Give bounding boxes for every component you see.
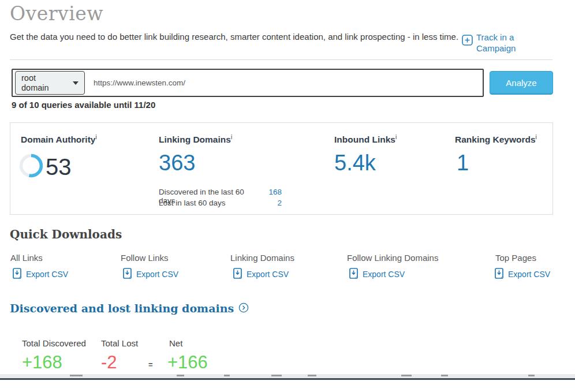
lost-60-days-value[interactable]: 2 — [259, 199, 282, 207]
link-explorer-overview-page: Overview Get the data you need to do bet… — [0, 0, 575, 392]
track-in-campaign-label: Track in a Campaign — [476, 32, 524, 54]
net-label: Net — [169, 338, 182, 348]
total-discovered-value: +168 — [22, 352, 62, 373]
metric-header-linking-domains: Linking Domainsi — [159, 134, 232, 145]
export-csv-all-links[interactable]: Export CSV — [13, 268, 68, 281]
download-file-icon — [349, 268, 358, 281]
net-value: +166 — [167, 352, 208, 373]
scope-dropdown[interactable]: root domain — [15, 71, 85, 95]
metric-label: Inbound Links — [334, 135, 395, 144]
export-csv-label: Export CSV — [26, 270, 68, 279]
export-csv-label: Export CSV — [136, 270, 178, 279]
page-title: Overview — [10, 2, 103, 25]
section-boundary-line — [0, 378, 575, 380]
lost-60-days-row: Lost in last 60 days 2 — [159, 199, 282, 207]
metric-label: Domain Authority — [21, 135, 95, 144]
export-csv-linking-domains[interactable]: Export CSV — [233, 268, 289, 281]
info-icon[interactable]: i — [395, 134, 397, 140]
info-icon[interactable]: i — [95, 134, 96, 140]
metric-label: Linking Domains — [159, 135, 231, 144]
analyze-button[interactable]: Analyze — [490, 71, 553, 95]
total-lost-label: Total Lost — [101, 338, 138, 348]
download-file-icon — [123, 268, 132, 281]
metric-header-inbound-links: Inbound Linksi — [334, 134, 397, 145]
download-file-icon — [495, 268, 503, 281]
caret-down-icon — [73, 81, 79, 85]
ranking-keywords-value: 1 — [457, 151, 469, 176]
total-lost-value: -2 — [101, 352, 117, 373]
export-csv-follow-links[interactable]: Export CSV — [123, 268, 178, 281]
total-discovered-label: Total Discovered — [22, 338, 86, 348]
metric-header-domain-authority: Domain Authorityi — [21, 134, 97, 145]
export-csv-follow-linking-domains[interactable]: Export CSV — [349, 268, 405, 281]
plus-square-icon — [462, 35, 473, 48]
discovered-lost-heading-label: Discovered and lost linking domains — [10, 302, 234, 315]
track-in-campaign-link[interactable]: Track in a Campaign — [462, 32, 524, 54]
download-file-icon — [13, 268, 21, 281]
equals-sign: = — [148, 360, 153, 369]
domain-authority-value: 53 — [46, 154, 72, 180]
metrics-card: Domain Authorityi 53 Linking Domainsi 36… — [10, 122, 553, 215]
export-csv-top-pages[interactable]: Export CSV — [495, 268, 550, 281]
url-input[interactable] — [92, 75, 473, 90]
metric-label: Ranking Keywords — [455, 135, 536, 144]
clipped-next-section — [0, 374, 575, 378]
info-icon[interactable]: i — [536, 134, 537, 140]
header-divider — [10, 59, 552, 60]
query-quota-text: 9 of 10 queries available until 11/20 — [12, 100, 155, 110]
chevron-right-circle-icon — [238, 301, 249, 315]
lost-60-days-label: Lost in last 60 days — [159, 199, 259, 207]
qd-label-follow-linking-domains: Follow Linking Domains — [347, 253, 438, 263]
scope-dropdown-value: root domain — [21, 73, 57, 93]
qd-label-all-links: All Links — [10, 253, 43, 263]
discovered-lost-heading-link[interactable]: Discovered and lost linking domains — [10, 301, 249, 315]
quick-downloads-title: Quick Downloads — [10, 227, 122, 241]
inbound-links-value: 5.4k — [334, 151, 376, 176]
domain-authority-value-row: 53 — [18, 153, 72, 181]
info-icon[interactable]: i — [231, 134, 232, 140]
export-csv-label: Export CSV — [363, 270, 405, 279]
linking-domains-value: 363 — [159, 151, 195, 176]
download-file-icon — [233, 268, 242, 281]
metric-header-ranking-keywords: Ranking Keywordsi — [455, 134, 537, 145]
page-description: Get the data you need to do better link … — [10, 31, 459, 43]
da-gauge — [18, 153, 44, 181]
qd-label-linking-domains: Linking Domains — [230, 253, 294, 263]
export-csv-label: Export CSV — [247, 270, 289, 279]
qd-label-follow-links: Follow Links — [121, 253, 169, 263]
export-csv-label: Export CSV — [508, 270, 550, 279]
analyze-button-label: Analyze — [506, 78, 536, 88]
qd-label-top-pages: Top Pages — [495, 253, 536, 263]
